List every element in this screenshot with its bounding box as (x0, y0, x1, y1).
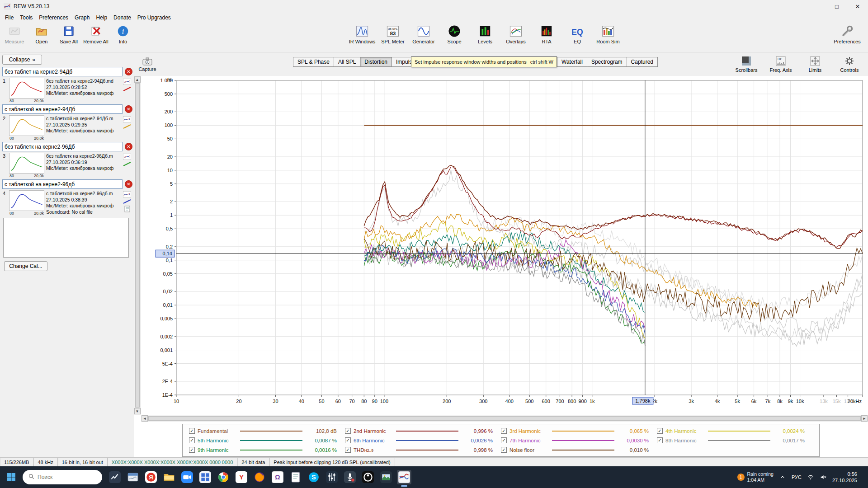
tab-spl-phase[interactable]: SPL & Phase (293, 57, 334, 67)
clock[interactable]: 0:56 27.10.2025 (832, 471, 857, 484)
toolbar-button-eq[interactable]: EQEQ (564, 24, 591, 44)
obs-icon[interactable] (361, 470, 375, 484)
start-button[interactable] (4, 469, 19, 485)
toolbar-button-info[interactable]: iInfo (109, 24, 137, 44)
scroll-down-icon[interactable]: ▼ (134, 408, 141, 414)
delete-measurement-button[interactable]: ✕ (125, 143, 132, 150)
checkbox-checked-icon[interactable]: ✓ (345, 428, 351, 434)
menu-item-help[interactable]: Help (93, 14, 110, 22)
volume-muted-icon[interactable] (820, 474, 827, 481)
collapse-button[interactable]: Collapse « (2, 55, 42, 65)
search-box[interactable] (23, 470, 102, 484)
yandex-browser-icon[interactable]: Я (144, 470, 158, 484)
measurement-thumbnail[interactable]: 8020,0k (9, 190, 44, 216)
tab-impulse[interactable]: Impulse (392, 57, 413, 67)
menu-item-graph[interactable]: Graph (71, 14, 93, 22)
measurement-name-input[interactable] (2, 67, 123, 76)
menu-item-pro-upgrades[interactable]: Pro Upgrades (134, 14, 174, 22)
checkbox-checked-icon[interactable]: ✓ (501, 437, 507, 443)
yandex-icon[interactable]: Y (234, 470, 249, 484)
toolbar-button-scope[interactable]: Scope (441, 24, 468, 44)
checkbox-checked-icon[interactable]: ✓ (657, 437, 663, 443)
rew-taskbar-icon[interactable] (397, 470, 411, 484)
media-app-icon[interactable] (379, 470, 393, 484)
toolbar-button-open[interactable]: Open (28, 24, 55, 44)
menu-item-preferences[interactable]: Preferences (36, 14, 71, 22)
checkbox-checked-icon[interactable]: ✓ (189, 447, 195, 453)
app-icon-1[interactable] (108, 470, 122, 484)
menu-item-tools[interactable]: Tools (17, 14, 36, 22)
maximize-button[interactable]: □ (826, 0, 847, 13)
graph-horizontal-scrollbar[interactable]: ◄ ► (141, 415, 868, 422)
toolbar-button-levels[interactable]: Levels (472, 24, 499, 44)
network-icon[interactable] (807, 474, 814, 481)
tab-distortion[interactable]: Distortion (360, 57, 392, 67)
delete-measurement-button[interactable]: ✕ (125, 105, 132, 113)
measurement-name-input[interactable] (2, 104, 123, 114)
toolbar-button-save-all[interactable]: Save All (55, 24, 82, 44)
delete-measurement-button[interactable]: ✕ (125, 68, 132, 75)
svg-text:9k: 9k (788, 399, 793, 404)
app-grid-icon[interactable] (198, 470, 212, 484)
measurement-name-input[interactable] (2, 179, 123, 189)
language-indicator[interactable]: РУС (792, 474, 802, 480)
horizontal-scroll-thumb[interactable] (148, 416, 861, 421)
close-button[interactable]: ✕ (847, 0, 868, 13)
recorder-icon[interactable] (343, 470, 357, 484)
firefox-icon[interactable] (252, 470, 267, 484)
graph-button-controls[interactable]: Controls (835, 56, 863, 73)
measurement-thumbnail[interactable]: 8020,0k (9, 115, 44, 141)
graph-vertical-scrollbar[interactable]: ▲ ▼ (134, 76, 141, 415)
checkbox-checked-icon[interactable]: ✓ (189, 437, 195, 443)
vertical-scroll-thumb[interactable] (135, 83, 140, 408)
toolbar-button-room-sim[interactable]: Room Sim (594, 24, 622, 44)
toolbar-button-spl-meter[interactable]: dB SPL83SPL Meter (379, 24, 406, 44)
notes-icon[interactable] (288, 470, 303, 484)
minimize-button[interactable]: – (806, 0, 826, 13)
toolbar-button-ir-windows[interactable]: IR Windows (349, 24, 376, 44)
app-icon-2[interactable] (126, 470, 140, 484)
toolbar-button-rta[interactable]: RTA (533, 24, 560, 44)
audio-mixer-icon[interactable] (325, 470, 339, 484)
delete-measurement-button[interactable]: ✕ (125, 180, 132, 188)
video-app-icon[interactable] (180, 470, 194, 484)
omega-app-icon[interactable]: Ω (270, 470, 285, 484)
checkbox-checked-icon[interactable]: ✓ (501, 428, 507, 434)
checkbox-checked-icon[interactable]: ✓ (657, 428, 663, 434)
checkbox-checked-icon[interactable]: ✓ (189, 428, 195, 434)
change-cal-button[interactable]: Change Cal... (4, 261, 47, 271)
tab-captured[interactable]: Captured (627, 57, 658, 67)
distortion-chart[interactable]: %1 0005002001005020105210,50,20,10,050,0… (141, 76, 868, 415)
tab-all-spl[interactable]: All SPL (334, 57, 360, 67)
menu-item-file[interactable]: File (2, 14, 17, 22)
checkbox-checked-icon[interactable]: ✓ (345, 447, 351, 453)
svg-text:i: i (122, 28, 124, 36)
toolbar-button-remove-all[interactable]: Remove All (82, 24, 109, 44)
checkbox-checked-icon[interactable]: ✓ (345, 437, 351, 443)
toolbar-button-preferences[interactable]: Preferences (834, 24, 861, 44)
tray-chevron-up-icon[interactable] (779, 474, 786, 481)
capture-button[interactable]: Capture (136, 57, 159, 72)
toolbar-button-label: EQ (574, 39, 581, 44)
file-explorer-icon[interactable] (162, 470, 176, 484)
toolbar-button-generator[interactable]: Generator (410, 24, 437, 44)
graph-button-scrollbars[interactable]: Scrollbars (732, 56, 760, 73)
scroll-right-icon[interactable]: ► (861, 415, 868, 422)
graph-button-limits[interactable]: Limits (801, 56, 829, 73)
tab-spectrogram[interactable]: Spectrogram (587, 57, 627, 67)
toolbar-button-label: Save All (60, 39, 78, 44)
scroll-up-icon[interactable]: ▲ (134, 76, 141, 83)
menu-item-donate[interactable]: Donate (110, 14, 134, 22)
skype-icon[interactable]: S (307, 470, 321, 484)
measurement-thumbnail[interactable]: 8020,0k (9, 153, 44, 178)
toolbar-button-overlays[interactable]: Overlays (502, 24, 529, 44)
measurement-name-input[interactable] (2, 142, 123, 151)
chrome-icon[interactable] (216, 470, 231, 484)
tab-waterfall[interactable]: Waterfall (557, 57, 587, 67)
weather-widget[interactable]: 1 Rain coming 1:04 AM (737, 471, 774, 483)
scroll-left-icon[interactable]: ◄ (142, 415, 148, 422)
checkbox-checked-icon[interactable]: ✓ (501, 447, 507, 453)
measurement-thumbnail[interactable]: 8020,0k (9, 78, 44, 103)
graph-button-freq-axis[interactable]: HzFreq. Axis (767, 56, 795, 73)
search-input[interactable] (38, 474, 87, 480)
